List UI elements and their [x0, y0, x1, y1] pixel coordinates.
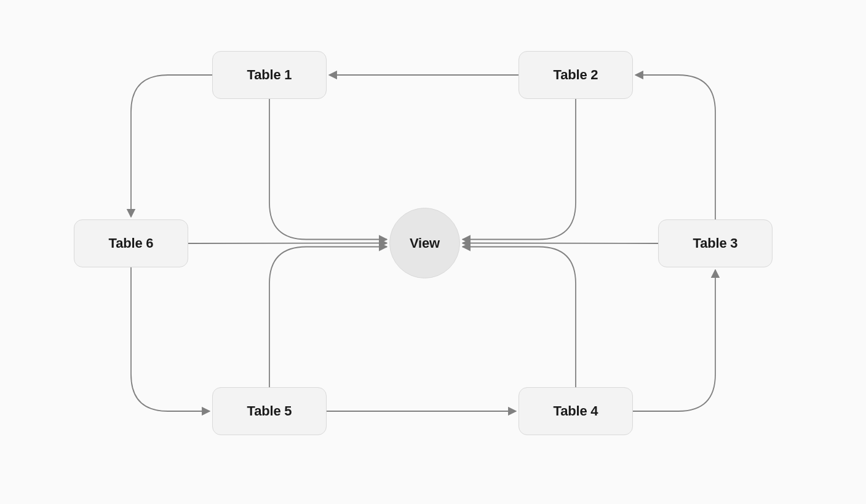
edge — [635, 75, 715, 219]
edge — [188, 243, 387, 244]
node-label: Table 3 — [693, 235, 738, 251]
node-label: Table 2 — [554, 67, 598, 83]
diagram-canvas: Table 1 Table 2 Table 3 Table 4 Table 5 … — [0, 0, 866, 504]
node-label: Table 6 — [109, 235, 154, 251]
edge — [463, 247, 576, 388]
node-label: Table 4 — [554, 403, 598, 419]
edge — [269, 247, 387, 388]
edge — [269, 99, 387, 240]
node-table-5: Table 5 — [212, 387, 327, 435]
node-view: View — [389, 208, 460, 278]
node-label: View — [410, 235, 440, 251]
edge — [131, 267, 210, 411]
edge — [463, 243, 658, 244]
node-label: Table 5 — [247, 403, 292, 419]
edge — [633, 270, 715, 411]
node-table-3: Table 3 — [658, 219, 773, 267]
edge — [463, 99, 576, 240]
node-table-4: Table 4 — [518, 387, 633, 435]
node-table-2: Table 2 — [518, 51, 633, 99]
edge — [131, 75, 212, 217]
node-table-1: Table 1 — [212, 51, 327, 99]
node-label: Table 1 — [247, 67, 292, 83]
node-table-6: Table 6 — [74, 219, 188, 267]
